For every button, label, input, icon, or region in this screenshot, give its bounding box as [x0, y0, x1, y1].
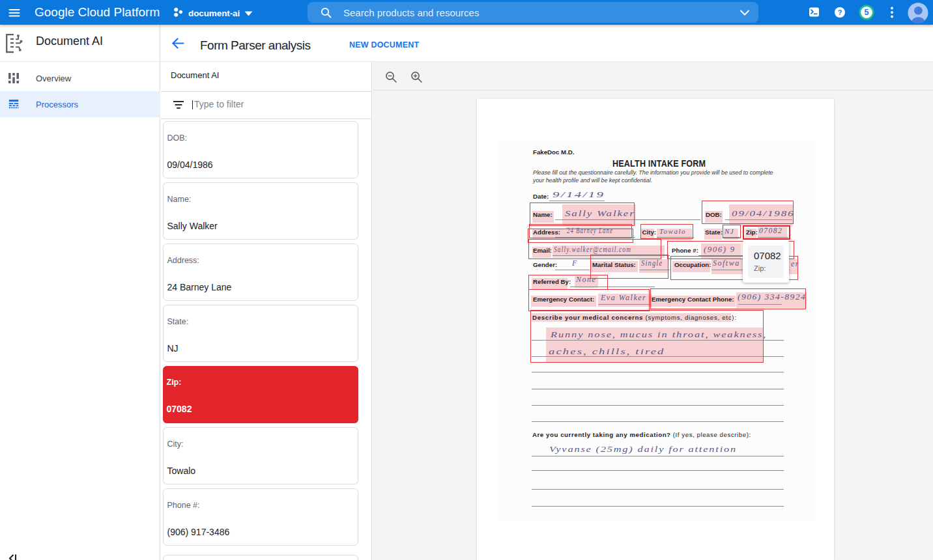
- svg-text:5: 5: [865, 8, 869, 17]
- svg-text:?: ?: [838, 8, 842, 16]
